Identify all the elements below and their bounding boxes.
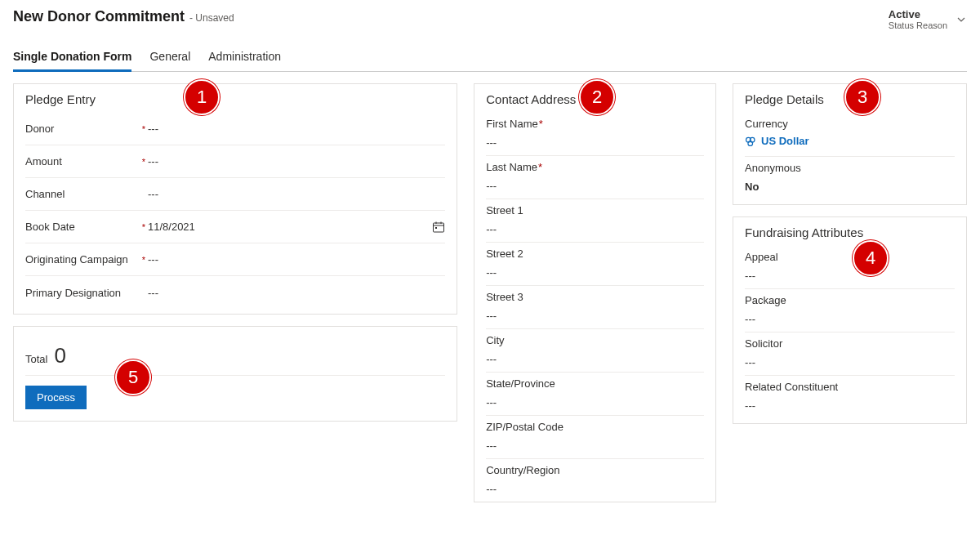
primary-designation-label: Primary Designation bbox=[25, 287, 140, 299]
primary-designation-field[interactable]: Primary Designation --- bbox=[25, 276, 445, 309]
primary-designation-value: --- bbox=[148, 287, 429, 299]
channel-label: Channel bbox=[25, 188, 140, 200]
anonymous-label: Anonymous bbox=[745, 162, 955, 174]
city-label: City bbox=[486, 334, 704, 346]
appeal-value: --- bbox=[745, 270, 955, 282]
related-constituent-field[interactable]: Related Constituent --- bbox=[745, 376, 955, 418]
book-date-value: 11/8/2021 bbox=[148, 221, 429, 233]
process-button[interactable]: Process bbox=[25, 386, 87, 409]
first-name-value: --- bbox=[486, 136, 704, 149]
street1-value: --- bbox=[486, 223, 704, 235]
state-field[interactable]: State/Province --- bbox=[486, 373, 704, 416]
last-name-value: --- bbox=[486, 180, 704, 192]
solicitor-value: --- bbox=[745, 356, 955, 368]
related-constituent-label: Related Constituent bbox=[745, 381, 955, 393]
pledge-details-section: 3 Pledge Details Currency US Dollar Anon… bbox=[733, 83, 967, 205]
country-label: Country/Region bbox=[486, 464, 704, 476]
country-field[interactable]: Country/Region --- bbox=[486, 459, 704, 502]
svg-rect-4 bbox=[435, 227, 437, 229]
last-name-label: Last Name bbox=[486, 161, 537, 173]
required-icon: * bbox=[538, 161, 542, 173]
originating-campaign-field[interactable]: Originating Campaign * --- bbox=[25, 243, 445, 276]
annotation-badge-5: 5 bbox=[115, 359, 151, 395]
zip-label: ZIP/Postal Code bbox=[486, 421, 704, 433]
annotation-badge-3: 3 bbox=[844, 79, 880, 115]
zip-field[interactable]: ZIP/Postal Code --- bbox=[486, 416, 704, 459]
package-value: --- bbox=[745, 313, 955, 325]
anonymous-value: No bbox=[745, 181, 955, 193]
required-icon: * bbox=[140, 157, 148, 167]
street2-value: --- bbox=[486, 266, 704, 279]
first-name-label: First Name bbox=[486, 118, 538, 130]
state-value: --- bbox=[486, 396, 704, 408]
city-value: --- bbox=[486, 353, 704, 365]
total-value: 0 bbox=[54, 343, 65, 368]
calendar-icon[interactable] bbox=[429, 221, 445, 234]
contact-address-section: 2 Contact Address First Name* --- Last N… bbox=[474, 83, 716, 502]
street3-field[interactable]: Street 3 --- bbox=[486, 286, 704, 329]
originating-campaign-label: Originating Campaign bbox=[25, 253, 140, 266]
annotation-badge-4: 4 bbox=[853, 240, 889, 276]
related-constituent-value: --- bbox=[745, 399, 955, 412]
currency-field[interactable]: Currency US Dollar bbox=[745, 113, 955, 157]
street1-field[interactable]: Street 1 --- bbox=[486, 199, 704, 243]
amount-field[interactable]: Amount * --- bbox=[25, 145, 445, 178]
required-icon: * bbox=[140, 124, 148, 134]
tab-single-donation-form[interactable]: Single Donation Form bbox=[13, 43, 131, 71]
required-icon: * bbox=[539, 118, 543, 130]
donor-value: --- bbox=[148, 123, 429, 135]
page-header: New Donor Commitment - Unsaved Active St… bbox=[13, 7, 967, 35]
form-tabs: Single Donation Form General Administrat… bbox=[13, 43, 967, 72]
required-icon: * bbox=[140, 222, 148, 232]
anonymous-field[interactable]: Anonymous No bbox=[745, 157, 955, 199]
pledge-entry-title: Pledge Entry bbox=[25, 92, 445, 106]
street3-label: Street 3 bbox=[486, 291, 704, 303]
amount-label: Amount bbox=[25, 155, 140, 167]
city-field[interactable]: City --- bbox=[486, 329, 704, 373]
fundraising-attributes-title: Fundraising Attributes bbox=[745, 225, 955, 239]
state-label: State/Province bbox=[486, 377, 704, 390]
package-label: Package bbox=[745, 294, 955, 306]
currency-label: Currency bbox=[745, 118, 955, 130]
amount-value: --- bbox=[148, 155, 429, 167]
total-label: Total bbox=[25, 353, 47, 365]
street2-field[interactable]: Street 2 --- bbox=[486, 243, 704, 286]
channel-value: --- bbox=[148, 188, 429, 200]
donor-label: Donor bbox=[25, 123, 140, 135]
originating-campaign-value: --- bbox=[148, 253, 429, 266]
currency-link[interactable]: US Dollar bbox=[745, 135, 809, 147]
appeal-field[interactable]: Appeal --- bbox=[745, 246, 955, 289]
donor-field[interactable]: Donor * --- bbox=[25, 113, 445, 145]
total-section: 5 Total 0 Process bbox=[13, 326, 457, 422]
solicitor-label: Solicitor bbox=[745, 337, 955, 350]
currency-value: US Dollar bbox=[761, 135, 809, 147]
svg-rect-0 bbox=[434, 223, 444, 232]
pledge-entry-section: 1 Pledge Entry Donor * --- Amount * --- … bbox=[13, 83, 457, 315]
chevron-down-icon bbox=[956, 14, 967, 25]
tab-general[interactable]: General bbox=[149, 43, 190, 71]
first-name-field[interactable]: First Name* --- bbox=[486, 113, 704, 156]
country-value: --- bbox=[486, 483, 704, 495]
last-name-field[interactable]: Last Name* --- bbox=[486, 156, 704, 199]
annotation-badge-1: 1 bbox=[184, 79, 220, 115]
zip-value: --- bbox=[486, 440, 704, 452]
street1-label: Street 1 bbox=[486, 204, 704, 216]
currency-icon bbox=[745, 136, 756, 147]
book-date-field[interactable]: Book Date * 11/8/2021 bbox=[25, 211, 445, 243]
book-date-label: Book Date bbox=[25, 221, 140, 233]
required-icon: * bbox=[140, 255, 148, 265]
tab-administration[interactable]: Administration bbox=[208, 43, 281, 71]
appeal-label: Appeal bbox=[745, 251, 955, 263]
status-reason-dropdown[interactable]: Active Status Reason bbox=[889, 8, 967, 30]
solicitor-field[interactable]: Solicitor --- bbox=[745, 332, 955, 376]
package-field[interactable]: Package --- bbox=[745, 289, 955, 332]
status-value: Active bbox=[889, 8, 947, 20]
channel-field[interactable]: Channel --- bbox=[25, 178, 445, 211]
status-label: Status Reason bbox=[889, 20, 947, 30]
street3-value: --- bbox=[486, 310, 704, 322]
street2-label: Street 2 bbox=[486, 248, 704, 260]
page-title: New Donor Commitment bbox=[13, 8, 185, 25]
annotation-badge-2: 2 bbox=[579, 79, 615, 115]
unsaved-indicator: - Unsaved bbox=[189, 12, 234, 24]
fundraising-attributes-section: 4 Fundraising Attributes Appeal --- Pack… bbox=[733, 216, 967, 424]
